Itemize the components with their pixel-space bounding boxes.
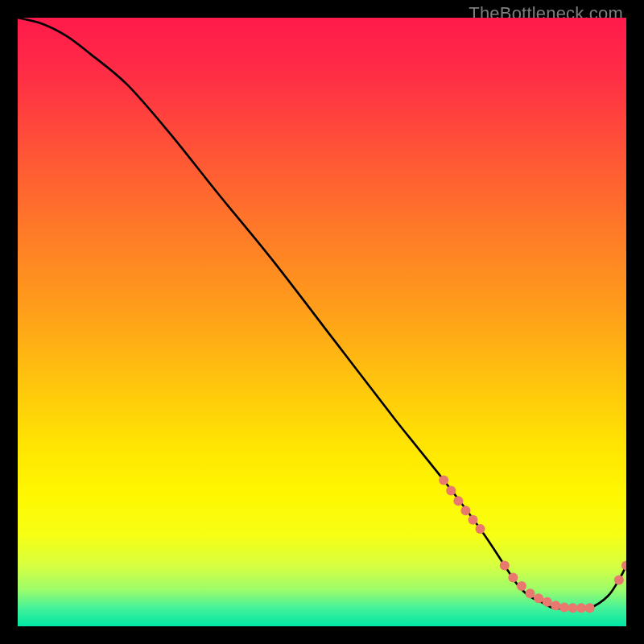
marker-dot: [500, 560, 510, 570]
marker-dot: [446, 485, 456, 495]
marker-dot: [476, 524, 485, 534]
marker-dot: [526, 588, 535, 598]
marker-dot: [568, 603, 577, 613]
marker-dot: [439, 476, 448, 485]
marker-dot: [585, 603, 595, 613]
bottleneck-curve: [18, 18, 626, 609]
marker-dot: [576, 603, 586, 613]
marker-dot: [508, 573, 518, 583]
marker-dot: [453, 496, 463, 506]
marker-dot: [460, 506, 470, 515]
marker-dot: [551, 601, 560, 610]
marker-dots-group: [439, 476, 626, 613]
marker-dot: [543, 597, 552, 607]
plot-area: [18, 18, 626, 626]
marker-dot: [621, 560, 626, 570]
chart-stage: TheBottleneck.com: [0, 0, 644, 644]
marker-dot: [614, 576, 624, 585]
curve-layer: [18, 18, 626, 626]
marker-dot: [468, 515, 477, 525]
marker-dot: [534, 593, 543, 603]
marker-dot: [517, 581, 526, 591]
marker-dot: [559, 603, 569, 613]
